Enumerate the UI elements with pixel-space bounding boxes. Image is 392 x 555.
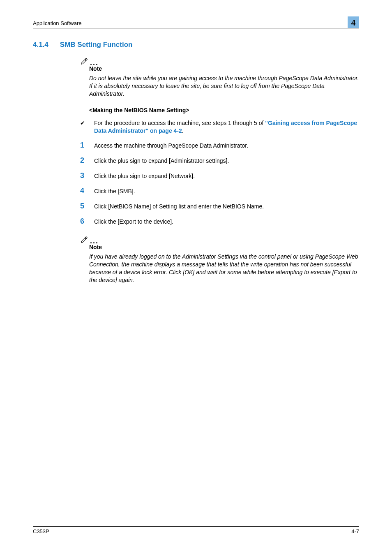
ellipsis-icon: ... <box>90 60 99 65</box>
content-block: ... Note Do not leave the site while you… <box>80 56 359 284</box>
bullet-text-after: . <box>182 127 184 134</box>
ellipsis-icon: ... <box>90 239 99 244</box>
step-row-3: 3 Click the plus sign to expand [Network… <box>80 171 359 180</box>
step-text: Click the [Export to the device]. <box>94 218 359 225</box>
step-row-4: 4 Click the [SMB]. <box>80 187 359 195</box>
footer-page-number: 4-7 <box>351 528 359 534</box>
step-row-1: 1 Access the machine through PageScope D… <box>80 141 359 150</box>
step-text: Click the [SMB]. <box>94 187 359 195</box>
footer-model: C353P <box>33 528 49 534</box>
step-number: 1 <box>80 141 94 150</box>
step-row-6: 6 Click the [Export to the device]. <box>80 217 359 226</box>
step-number: 6 <box>80 217 94 226</box>
step-number: 3 <box>80 171 94 180</box>
chapter-number-badge: 4 <box>348 16 359 28</box>
step-text: Access the machine through PageScope Dat… <box>94 142 359 149</box>
step-row-5: 5 Click [NetBIOS Name] of Setting list a… <box>80 202 359 210</box>
header-title: Application Software <box>33 20 82 28</box>
pencil-icon <box>80 235 89 244</box>
section-title: SMB Setting Function <box>60 41 133 49</box>
note-body-2: If you have already logged on to the Adm… <box>89 253 359 284</box>
page-header: Application Software 4 <box>33 16 359 28</box>
step-text: Click the plus sign to expand [Network]. <box>94 172 359 180</box>
pencil-icon <box>80 56 89 65</box>
step-text: Click [NetBIOS Name] of Setting list and… <box>94 203 359 210</box>
sub-heading: <Making the NetBIOS Name Setting> <box>89 107 359 113</box>
step-number: 2 <box>80 156 94 165</box>
note-icon-row-2: ... <box>80 235 359 244</box>
bullet-row: ✔ For the procedure to access the machin… <box>80 119 359 135</box>
step-text: Click the plus sign to expand [Administr… <box>94 157 359 164</box>
step-number: 4 <box>80 187 94 195</box>
step-number: 5 <box>80 202 94 210</box>
step-row-2: 2 Click the plus sign to expand [Adminis… <box>80 156 359 165</box>
bullet-text: For the procedure to access the machine,… <box>94 119 359 135</box>
note-body-1: Do not leave the site while you are gain… <box>89 74 359 98</box>
page-footer: C353P 4-7 <box>33 526 359 534</box>
note-label: Note <box>89 65 359 72</box>
section-heading: 4.1.4 SMB Setting Function <box>33 41 359 49</box>
bullet-text-before: For the procedure to access the machine,… <box>94 120 265 126</box>
note-icon-row: ... <box>80 56 359 65</box>
chapter-number: 4 <box>351 17 356 28</box>
document-page: Application Software 4 4.1.4 SMB Setting… <box>0 0 392 555</box>
section-number: 4.1.4 <box>33 41 48 49</box>
note-label-2: Note <box>89 244 359 250</box>
checkmark-icon: ✔ <box>80 119 94 135</box>
